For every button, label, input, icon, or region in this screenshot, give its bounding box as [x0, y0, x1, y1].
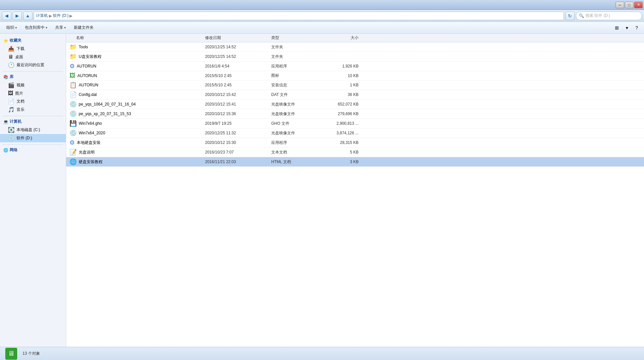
file-date-cell: 2020/12/25 14:52	[205, 54, 271, 59]
music-icon: 🎵	[8, 107, 15, 113]
organize-arrow: ▾	[15, 26, 17, 29]
file-name-text: AUTORUN	[79, 83, 98, 87]
picture-icon: 🖼	[8, 90, 13, 96]
breadcrumb-computer[interactable]: 计算机	[36, 13, 48, 19]
close-button[interactable]: ✕	[634, 2, 643, 8]
file-name-cell: 📋 AUTORUN	[66, 81, 205, 89]
file-type-cell: 文件夹	[271, 54, 324, 60]
file-date-cell: 2020/10/12 15:41	[205, 102, 271, 107]
table-row[interactable]: 💿 Win7x64_2020 2020/12/25 11:32 光盘映像文件 3…	[66, 128, 644, 138]
file-name-text: Tools	[79, 45, 88, 49]
refresh-button[interactable]: ↻	[565, 12, 575, 20]
sidebar-computer-header[interactable]: 💻 计算机	[0, 117, 66, 126]
file-type-cell: 应用程序	[271, 140, 324, 146]
breadcrumb-drive[interactable]: 软件 (D:)	[53, 13, 68, 19]
file-name-text: Win7x64_2020	[79, 131, 105, 135]
share-label: 共享	[55, 25, 63, 30]
file-icon: 📋	[69, 81, 77, 89]
sidebar-item-desktop[interactable]: 🖥 桌面	[0, 53, 66, 61]
file-name-cell: 💿 pe_yqs_xp_20_07_31_15_53	[66, 110, 205, 117]
sidebar-network-label: 网络	[10, 147, 18, 153]
table-row[interactable]: 💾 Win7x64.gho 2019/9/7 19:25 GHO 文件 2,90…	[66, 119, 644, 128]
table-row[interactable]: 📝 光盘说明 2016/10/23 7:07 文本文档 5 KB	[66, 148, 644, 157]
sidebar-item-software-d[interactable]: 💿 软件 (D:)	[0, 134, 66, 142]
share-button[interactable]: 共享 ▾	[52, 23, 69, 32]
file-icon: 📁	[69, 53, 77, 60]
back-button[interactable]: ◀	[2, 12, 11, 20]
table-row[interactable]: 📄 Config.dat 2020/10/12 15:42 DAT 文件 36 …	[66, 90, 644, 100]
sidebar-music-label: 音乐	[17, 107, 24, 112]
file-size-cell: 1 KB	[324, 83, 364, 87]
recent-icon: 🕐	[8, 62, 15, 68]
col-header-size[interactable]: 大小	[324, 35, 364, 41]
minimize-button[interactable]: ─	[616, 2, 624, 8]
sidebar-item-document[interactable]: 📄 文档	[0, 97, 66, 106]
sidebar-item-recent[interactable]: 🕐 最近访问的位置	[0, 61, 66, 69]
sidebar-favorites-header[interactable]: ⭐ 收藏夹	[0, 36, 66, 45]
table-row[interactable]: ⚙ AUTORUN 2016/1/8 4:54 应用程序 1,926 KB	[66, 62, 644, 71]
toolbar: 组织 ▾ 包含到库中 ▾ 共享 ▾ 新建文件夹 ⊞ ▾ ?	[0, 22, 644, 34]
file-icon: 💿	[69, 129, 77, 137]
file-type-cell: 光盘映像文件	[271, 111, 324, 117]
sidebar-item-music[interactable]: 🎵 音乐	[0, 106, 66, 114]
table-row[interactable]: 📁 Tools 2020/12/25 14:52 文件夹	[66, 42, 644, 52]
sidebar-network-header[interactable]: 🌐 网络	[0, 146, 66, 154]
sidebar-computer-label: 计算机	[10, 119, 21, 124]
file-date-cell: 2016/1/8 4:54	[205, 64, 271, 68]
file-date-cell: 2020/12/25 14:52	[205, 45, 271, 49]
organize-button[interactable]: 组织 ▾	[3, 23, 21, 32]
file-icon: 🌐	[69, 158, 77, 165]
table-row[interactable]: 💿 pe_yqs_xp_20_07_31_15_53 2020/10/12 15…	[66, 109, 644, 119]
table-row[interactable]: 📋 AUTORUN 2015/5/10 2:45 安装信息 1 KB	[66, 80, 644, 90]
new-folder-button[interactable]: 新建文件夹	[70, 23, 97, 32]
file-size-cell: 36 KB	[324, 92, 364, 97]
table-row[interactable]: 💿 pe_yqs_1064_20_07_31_16_04 2020/10/12 …	[66, 100, 644, 109]
breadcrumb-sep-2: ▶	[69, 14, 72, 18]
file-icon: 🖼	[69, 72, 75, 79]
search-placeholder[interactable]: 搜索 软件 (D:)	[585, 13, 610, 19]
include-library-button[interactable]: 包含到库中 ▾	[21, 23, 51, 32]
sidebar-item-download[interactable]: 📥 下载	[0, 45, 66, 53]
file-rows: 📁 Tools 2020/12/25 14:52 文件夹 📁 U盘安装教程 20…	[66, 42, 644, 167]
sidebar-item-picture[interactable]: 🖼 图片	[0, 89, 66, 97]
file-icon: 📁	[69, 43, 77, 51]
sidebar-item-local-c[interactable]: 💽 本地磁盘 (C:)	[0, 126, 66, 134]
up-button[interactable]: ▲	[23, 12, 32, 20]
maximize-button[interactable]: □	[625, 2, 633, 8]
view-toggle-button[interactable]: ▾	[622, 23, 631, 32]
file-date-cell: 2015/5/10 2:45	[205, 83, 271, 87]
file-name-cell: 📁 Tools	[66, 43, 205, 51]
col-header-type[interactable]: 类型	[271, 35, 324, 41]
file-list-header: 名称 修改日期 类型 大小	[66, 34, 644, 42]
status-bar: 🖥 13 个对象	[0, 347, 644, 360]
table-row[interactable]: 🖼 AUTORUN 2015/5/10 2:45 图标 10 KB	[66, 71, 644, 80]
breadcrumb: 计算机 ▶ 软件 (D:) ▶	[34, 12, 564, 20]
sidebar-item-video[interactable]: 🎬 视频	[0, 81, 66, 89]
forward-button[interactable]: ▶	[13, 12, 22, 20]
help-button[interactable]: ?	[632, 23, 641, 32]
view-options-button[interactable]: ⊞	[612, 23, 622, 32]
search-icon: 🔍	[579, 13, 584, 18]
file-name-cell: ⚙ 本地硬盘安装	[66, 139, 205, 146]
col-header-date[interactable]: 修改日期	[205, 35, 271, 41]
sidebar-divider-2	[3, 116, 63, 116]
drive-c-icon: 💽	[8, 127, 15, 133]
include-library-arrow: ▾	[46, 26, 47, 29]
file-name-text: 硬盘安装教程	[79, 159, 103, 165]
sidebar-library-label: 库	[10, 74, 14, 80]
table-row[interactable]: 🌐 硬盘安装教程 2016/11/21 22:03 HTML 文档 3 KB	[66, 157, 644, 167]
table-row[interactable]: ⚙ 本地硬盘安装 2020/10/12 15:30 应用程序 28,315 KB	[66, 138, 644, 148]
file-icon: ⚙	[69, 63, 75, 70]
file-type-cell: HTML 文档	[271, 159, 324, 165]
file-size-cell: 10 KB	[324, 73, 364, 78]
table-row[interactable]: 📁 U盘安装教程 2020/12/25 14:52 文件夹	[66, 52, 644, 62]
col-header-name[interactable]: 名称	[66, 35, 205, 41]
file-date-cell: 2016/11/21 22:03	[205, 159, 271, 164]
sidebar-library-header[interactable]: 📚 库	[0, 73, 66, 81]
file-size-cell: 5 KB	[324, 150, 364, 155]
desktop-icon: 🖥	[8, 54, 13, 60]
video-icon: 🎬	[8, 82, 15, 88]
file-name-text: 本地硬盘安装	[77, 140, 101, 146]
title-bar: ─ □ ✕	[0, 0, 644, 10]
sidebar-network-section: 🌐 网络	[0, 146, 66, 154]
